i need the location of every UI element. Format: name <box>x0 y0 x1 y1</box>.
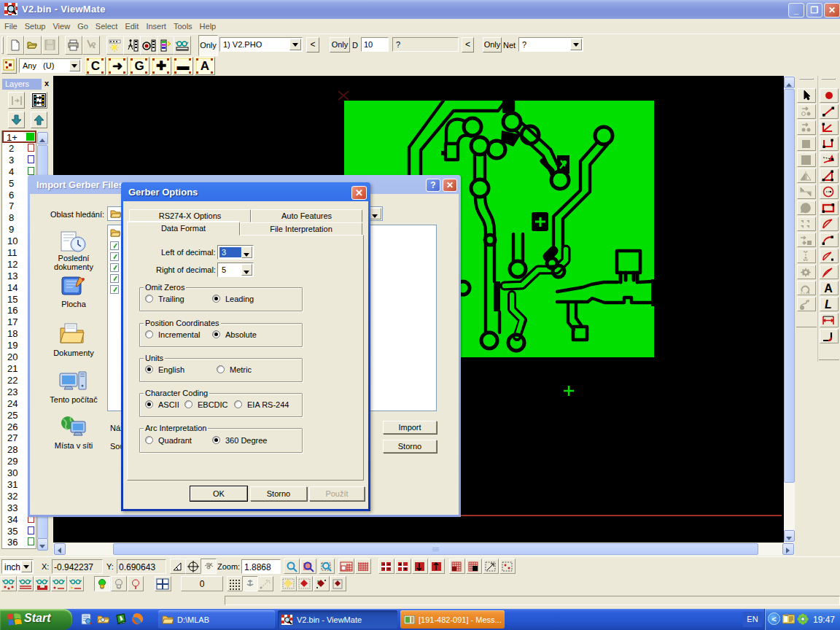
svg-text:A: A <box>824 282 833 295</box>
svg-text:?: ? <box>91 41 96 50</box>
svg-text:s: s <box>317 579 319 583</box>
svg-text:L: L <box>825 298 832 311</box>
